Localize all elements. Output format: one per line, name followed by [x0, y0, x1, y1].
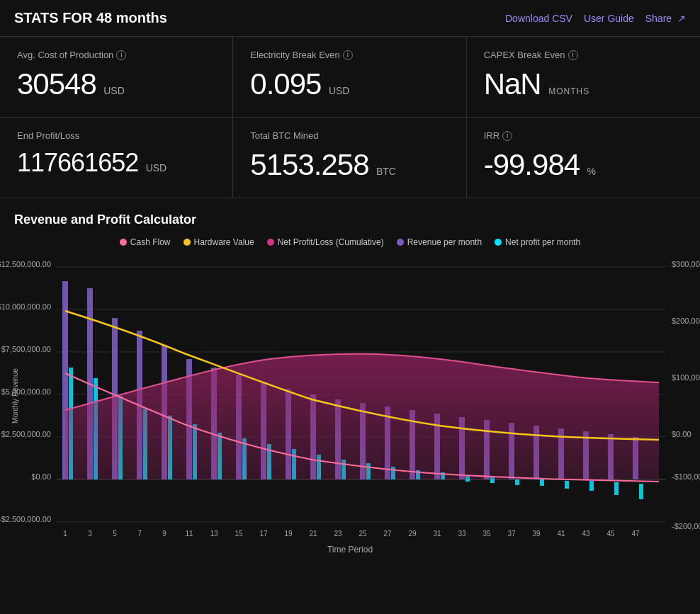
stat-card-capex-break: CAPEX Break Even i NaN MONTHS — [467, 37, 700, 117]
svg-text:-$2,500,000.00: -$2,500,000.00 — [0, 515, 51, 523]
legend-dot-cumulative — [267, 239, 274, 246]
svg-text:37: 37 — [507, 530, 516, 538]
svg-text:$200,000,000.00: $200,000,000.00 — [672, 317, 700, 325]
svg-text:43: 43 — [582, 530, 590, 538]
svg-text:33: 33 — [458, 530, 466, 538]
svg-text:17: 17 — [259, 530, 268, 538]
svg-text:$12,500,000.00: $12,500,000.00 — [0, 260, 51, 268]
svg-text:21: 21 — [309, 530, 317, 538]
stat-card-elec-break: Electricity Break Even i 0.095 USD — [233, 37, 466, 117]
legend-dot-net-profit — [495, 239, 502, 246]
legend-net-profit-cumulative: Net Profit/Loss (Cumulative) — [267, 237, 384, 247]
svg-text:$7,500,000.00: $7,500,000.00 — [1, 345, 51, 353]
svg-rect-69 — [639, 484, 643, 499]
header: STATS FOR 48 months Download CSV User Gu… — [0, 0, 700, 37]
chart-legend: Cash Flow Hardware Value Net Profit/Loss… — [14, 237, 686, 247]
svg-text:$300,000,000.00: $300,000,000.00 — [672, 260, 700, 268]
info-icon-capex-break[interactable]: i — [568, 50, 578, 60]
legend-cash-flow: Cash Flow — [120, 237, 171, 247]
stat-label-btc-mined: Total BTC Mined — [250, 130, 448, 141]
stat-value-btc-mined: 5153.258 BTC — [250, 148, 448, 182]
svg-text:13: 13 — [210, 530, 218, 538]
stat-value-avg-cost: 30548 USD — [17, 67, 215, 101]
svg-text:31: 31 — [433, 530, 441, 538]
svg-text:1: 1 — [63, 530, 67, 538]
stat-value-profit-loss: 117661652 USD — [17, 148, 215, 178]
stat-card-avg-cost: Avg. Cost of Production i 30548 USD — [0, 37, 233, 117]
header-actions: Download CSV User Guide Share ↗ — [505, 13, 686, 24]
share-link[interactable]: Share ↗ — [645, 13, 686, 24]
svg-text:$0.00: $0.00 — [31, 472, 51, 481]
svg-text:$2,500,000.00: $2,500,000.00 — [1, 430, 51, 438]
stat-value-irr: -99.984 % — [484, 148, 683, 182]
stat-label-capex-break: CAPEX Break Even i — [484, 50, 683, 60]
svg-text:27: 27 — [383, 530, 392, 538]
svg-text:39: 39 — [532, 530, 541, 538]
stat-label-irr: IRR i — [484, 130, 683, 141]
svg-text:-$100,000,000.00: -$100,000,000.00 — [672, 472, 700, 481]
stat-label-elec-break: Electricity Break Even i — [250, 50, 448, 60]
svg-text:47: 47 — [631, 530, 640, 538]
info-icon-avg-cost[interactable]: i — [116, 50, 126, 60]
svg-text:9: 9 — [162, 530, 166, 538]
svg-text:41: 41 — [557, 530, 565, 538]
svg-text:45: 45 — [606, 530, 615, 538]
svg-rect-59 — [515, 479, 519, 485]
stat-value-elec-break: 0.095 USD — [250, 67, 448, 101]
info-icon-elec-break[interactable]: i — [343, 50, 353, 60]
stats-row-2: End Profit/Loss 117661652 USD Total BTC … — [0, 118, 700, 198]
legend-dot-hardware-value — [184, 239, 191, 246]
svg-rect-61 — [540, 479, 544, 486]
svg-text:$10,000,000.00: $10,000,000.00 — [0, 302, 51, 311]
svg-text:7: 7 — [137, 530, 142, 538]
stat-card-btc-mined: Total BTC Mined 5153.258 BTC — [233, 118, 466, 198]
chart-svg: $12,500,000.00 $10,000,000.00 $7,500,000… — [57, 254, 666, 538]
svg-text:$0.00: $0.00 — [672, 430, 691, 438]
svg-text:$5,000,000.00: $5,000,000.00 — [1, 387, 51, 396]
stat-card-profit-loss: End Profit/Loss 117661652 USD — [0, 118, 233, 198]
legend-hardware-value: Hardware Value — [184, 237, 254, 247]
stats-row-1: Avg. Cost of Production i 30548 USD Elec… — [0, 37, 700, 118]
svg-text:35: 35 — [482, 530, 491, 538]
legend-dot-revenue — [397, 239, 404, 246]
download-csv-link[interactable]: Download CSV — [505, 13, 572, 24]
svg-rect-63 — [565, 481, 569, 489]
stat-value-capex-break: NaN MONTHS — [484, 67, 683, 101]
info-icon-irr[interactable]: i — [502, 131, 512, 141]
svg-text:3: 3 — [88, 530, 92, 538]
svg-rect-67 — [614, 482, 619, 495]
legend-dot-cash-flow — [120, 239, 127, 246]
stat-card-irr: IRR i -99.984 % — [467, 118, 700, 198]
stat-label-avg-cost: Avg. Cost of Production i — [17, 50, 215, 60]
legend-net-profit-per-month: Net profit per month — [495, 237, 580, 247]
chart-section: Revenue and Profit Calculator Cash Flow … — [0, 198, 700, 562]
legend-revenue-per-month: Revenue per month — [397, 237, 482, 247]
svg-text:$100,000,000.00: $100,000,000.00 — [672, 373, 700, 382]
svg-text:23: 23 — [334, 530, 342, 538]
chart-wrapper: $12,500,000.00 $10,000,000.00 $7,500,000… — [57, 254, 643, 555]
x-axis-label: Time Period — [57, 545, 643, 555]
svg-text:5: 5 — [113, 530, 117, 538]
svg-text:29: 29 — [408, 530, 417, 538]
svg-text:-$200,000,000.00: -$200,000,000.00 — [672, 522, 700, 530]
svg-text:Monthly Revenue: Monthly Revenue — [11, 368, 19, 423]
user-guide-link[interactable]: User Guide — [584, 13, 634, 24]
svg-rect-65 — [589, 481, 594, 491]
chart-title: Revenue and Profit Calculator — [14, 212, 686, 227]
svg-text:25: 25 — [359, 530, 367, 538]
svg-text:19: 19 — [284, 530, 293, 538]
page-title: STATS FOR 48 months — [14, 10, 167, 26]
svg-text:15: 15 — [235, 530, 243, 538]
stat-label-profit-loss: End Profit/Loss — [17, 130, 215, 141]
svg-text:11: 11 — [185, 530, 193, 538]
share-icon: ↗ — [677, 13, 686, 24]
